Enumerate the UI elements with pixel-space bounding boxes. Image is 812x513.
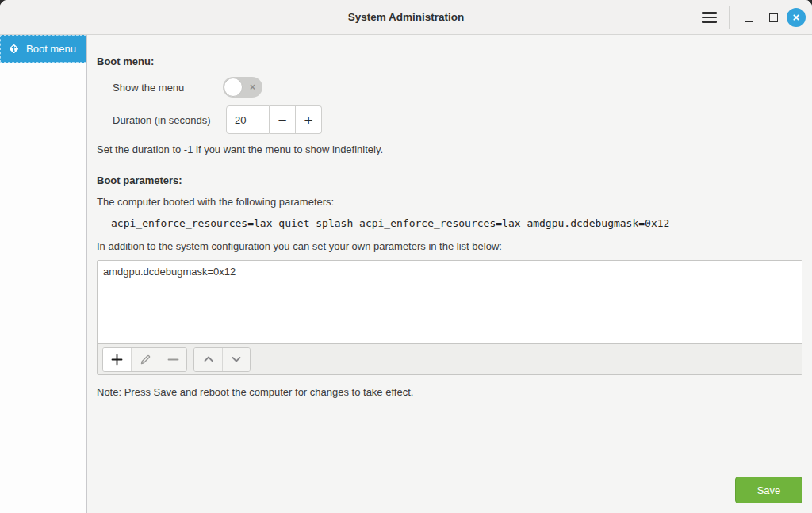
window-title: System Administration xyxy=(348,11,465,23)
duration-input[interactable] xyxy=(226,105,270,134)
save-button[interactable]: Save xyxy=(735,477,802,503)
sidebar-item-boot-menu[interactable]: Boot menu xyxy=(0,35,86,63)
footer-row: Save xyxy=(97,477,802,513)
duration-row: Duration (in seconds) − + xyxy=(97,105,802,134)
edit-button-group xyxy=(102,347,187,372)
sidebar: Boot menu xyxy=(0,35,87,513)
move-down-button[interactable] xyxy=(222,348,250,371)
move-down-icon xyxy=(230,353,243,366)
menu-button[interactable] xyxy=(695,4,722,31)
remove-icon xyxy=(167,354,179,366)
save-note: Note: Press Save and reboot the computer… xyxy=(97,386,802,398)
show-menu-toggle[interactable]: × xyxy=(223,77,262,98)
titlebar: System Administration × xyxy=(0,0,812,35)
edit-parameter-button[interactable] xyxy=(131,348,159,371)
params-list[interactable]: amdgpu.dcdebugmask=0x12 xyxy=(98,261,802,343)
remove-parameter-button[interactable] xyxy=(159,348,186,371)
duration-decrement-button[interactable]: − xyxy=(270,105,296,134)
sidebar-item-label: Boot menu xyxy=(26,43,76,55)
close-icon: × xyxy=(793,11,800,23)
move-up-button[interactable] xyxy=(194,348,222,371)
duration-hint: Set the duration to -1 if you want the m… xyxy=(97,144,802,155)
move-up-icon xyxy=(202,353,215,366)
hamburger-icon xyxy=(702,12,717,14)
titlebar-separator xyxy=(729,6,730,29)
toggle-knob xyxy=(224,78,243,97)
duration-spinbox: − + xyxy=(226,105,322,134)
minimize-icon xyxy=(745,21,753,22)
add-icon xyxy=(111,354,123,366)
duration-label: Duration (in seconds) xyxy=(113,114,223,126)
maximize-icon xyxy=(769,13,778,22)
booted-parameters-value: acpi_enforce_resources=lax quiet splash … xyxy=(97,217,802,229)
boot-menu-heading: Boot menu: xyxy=(97,56,802,67)
custom-params-label: In addition to the system configuration … xyxy=(97,240,802,252)
duration-increment-button[interactable]: + xyxy=(296,105,322,134)
boot-parameters-heading: Boot parameters: xyxy=(97,174,802,186)
show-menu-row: Show the menu × xyxy=(97,77,802,98)
system-administration-window: System Administration × xyxy=(0,0,812,513)
titlebar-controls: × xyxy=(695,0,806,35)
content-panel: Boot menu: Show the menu × Duration (in … xyxy=(87,35,812,513)
edit-icon xyxy=(140,354,151,366)
list-item[interactable]: amdgpu.dcdebugmask=0x12 xyxy=(98,261,802,278)
maximize-button[interactable] xyxy=(761,4,785,31)
main-area: Boot menu Boot menu: Show the menu × Dur… xyxy=(0,35,812,513)
show-menu-label: Show the menu xyxy=(113,82,223,94)
toggle-off-icon: × xyxy=(250,82,255,92)
minimize-button[interactable] xyxy=(737,4,761,31)
booted-with-label: The computer booted with the following p… xyxy=(97,196,802,208)
custom-params-listbox: amdgpu.dcdebugmask=0x12 xyxy=(97,260,802,375)
close-button[interactable]: × xyxy=(787,8,806,27)
boot-icon xyxy=(7,42,21,56)
list-toolbar xyxy=(98,343,802,374)
move-button-group xyxy=(193,347,251,372)
add-parameter-button[interactable] xyxy=(103,348,131,371)
